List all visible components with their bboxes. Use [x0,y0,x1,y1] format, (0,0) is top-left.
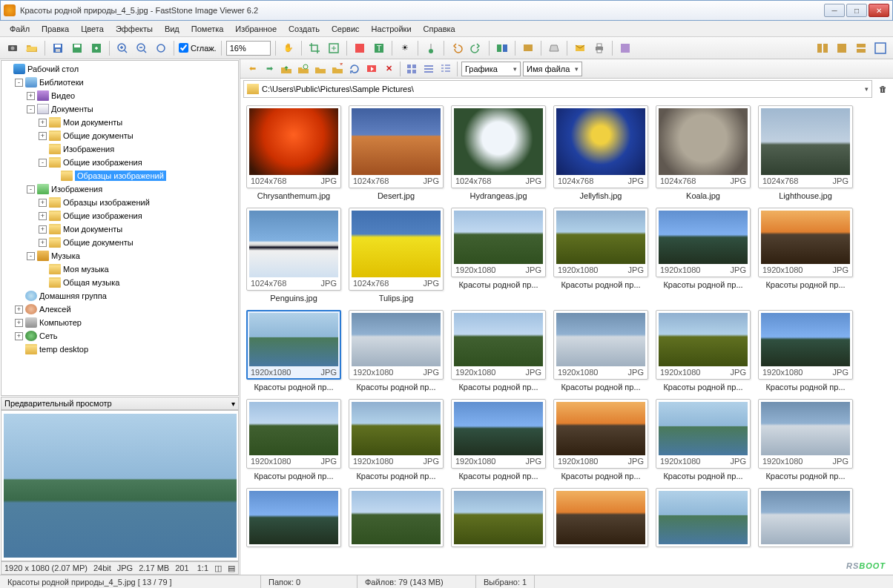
hand-icon[interactable]: ✋ [280,40,297,56]
resize-icon[interactable] [326,40,342,56]
menu-1[interactable]: Правка [36,23,74,35]
thumb-29[interactable] [758,488,853,547]
tree-node-documents[interactable]: -Документы [3,102,237,116]
preview-panel[interactable] [1,410,239,561]
thumb-19[interactable]: 1920x1080JPGКрасоты родной пр... [349,399,444,480]
tree-node-public_images[interactable]: -Общие изображения [3,156,237,169]
thumb-27[interactable] [553,488,648,547]
menu-0[interactable]: Файл [4,23,35,35]
collapse-icon[interactable]: - [27,252,35,260]
thumb-3[interactable]: 1024x768JPGJellyfish.jpg [553,105,648,200]
view-details-icon[interactable] [438,62,453,76]
smooth-checkbox[interactable]: Сглаж. [179,43,217,53]
tree-node-user[interactable]: +Алексей [3,303,237,316]
path-dropdown-icon[interactable]: ▾ [865,85,869,93]
thumb-0[interactable]: 1024x768JPGChrysanthemum.jpg [246,105,341,200]
menu-8[interactable]: Сервис [326,23,365,35]
thumb-9[interactable]: 1920x1080JPGКрасоты родной пр... [553,208,648,303]
tree-node-public_docs2[interactable]: +Общие документы [3,236,237,249]
sort-by-select[interactable]: Имя файла [523,62,582,76]
histogram-icon[interactable]: ◫ [214,564,222,573]
thumb-15[interactable]: 1920x1080JPGКрасоты родной пр... [553,310,648,392]
thumb-2[interactable]: 1024x768JPGHydrangeas.jpg [451,105,546,200]
thumbnail-grid[interactable]: 1024x768JPGChrysanthemum.jpg1024x768JPGD… [240,99,893,575]
zoom-input[interactable] [226,41,271,56]
email-icon[interactable] [572,40,588,56]
thumb-12[interactable]: 1920x1080JPGКрасоты родной пр... [246,310,341,392]
thumb-28[interactable] [656,488,751,547]
zoom-out-icon[interactable] [134,40,150,56]
thumb-1[interactable]: 1024x768JPGDesert.jpg [349,105,444,200]
collapse-icon[interactable]: - [27,105,35,113]
fit-icon[interactable] [153,40,169,56]
thumb-22[interactable]: 1920x1080JPGКрасоты родной пр... [656,399,751,480]
thumb-11[interactable]: 1920x1080JPGКрасоты родной пр... [758,208,853,303]
thumb-21[interactable]: 1920x1080JPGКрасоты родной пр... [553,399,648,480]
menu-6[interactable]: Избранное [230,23,282,35]
info-icon[interactable]: ▤ [228,564,235,573]
close-button[interactable]: ✕ [869,4,889,17]
tree-node-public_docs[interactable]: +Общие документы [3,129,237,142]
expand-icon[interactable]: + [39,119,47,127]
collapse-icon[interactable]: - [15,79,23,87]
tree-node-my_docs2[interactable]: +Мои документы [3,222,237,236]
tree-node-sample_images[interactable]: Образцы изображений [3,169,237,182]
thumb-14[interactable]: 1920x1080JPGКрасоты родной пр... [451,310,546,392]
tree-node-homegroup[interactable]: Домашняя группа [3,289,237,303]
view-list-icon[interactable] [421,62,436,76]
collapse-icon[interactable]: - [39,159,47,167]
thumb-20[interactable]: 1920x1080JPGКрасоты родной пр... [451,399,546,480]
expand-icon[interactable]: + [39,199,47,207]
adjust-icon[interactable]: ☀ [397,40,413,56]
fullscreen-icon[interactable] [872,40,889,56]
tree-node-images2[interactable]: -Изображения [3,182,237,196]
trash-icon[interactable]: 🗑 [875,82,890,96]
thumb-18[interactable]: 1920x1080JPGКрасоты родной пр... [246,399,341,480]
thumb-4[interactable]: 1024x768JPGKoala.jpg [656,105,751,200]
expand-icon[interactable]: + [15,332,23,340]
tree-node-my_docs[interactable]: +Мои документы [3,116,237,129]
expand-icon[interactable]: + [27,92,35,100]
view-mode-select[interactable]: Графика [461,62,521,76]
tree-node-public_music[interactable]: Общая музыка [3,276,237,289]
favorites-folder-icon[interactable] [313,62,328,76]
menu-10[interactable]: Справка [418,23,461,35]
thumb-7[interactable]: 1024x768JPGTulips.jpg [349,208,444,303]
minimize-button[interactable]: ─ [824,4,845,17]
slideshow-icon[interactable] [364,62,379,76]
save-as-icon[interactable] [69,40,85,56]
wallpaper-icon[interactable] [520,40,536,56]
preview-header[interactable]: Предварительный просмотр ▾ [1,397,239,410]
menu-4[interactable]: Вид [159,23,185,35]
refresh-icon[interactable] [347,62,362,76]
expand-icon[interactable]: + [39,225,47,234]
layout-3-icon[interactable] [853,40,869,56]
tree-node-libraries[interactable]: -Библиотеки [3,76,237,89]
folder-tree[interactable]: Рабочий стол-Библиотеки+Видео-Документы+… [1,60,239,396]
tree-node-network[interactable]: +Сеть [3,329,237,343]
compare-icon[interactable] [494,40,510,56]
tree-node-computer[interactable]: +Компьютер [3,316,237,329]
crop-icon[interactable] [306,40,323,56]
view-thumbs-icon[interactable] [404,62,419,76]
thumb-26[interactable] [451,488,546,547]
export-icon[interactable] [88,40,105,56]
layout-1-icon[interactable] [814,40,831,56]
settings-icon[interactable] [617,40,633,56]
print-icon[interactable] [591,40,607,56]
expand-icon[interactable]: + [15,319,23,327]
text-icon[interactable]: T [371,40,387,56]
menu-2[interactable]: Цвета [76,23,109,35]
menu-7[interactable]: Создать [283,23,325,35]
undo-icon[interactable] [449,40,465,56]
tree-node-sample_images2[interactable]: +Образцы изображений [3,196,237,209]
tree-node-music[interactable]: -Музыка [3,249,237,262]
refresh-folder-icon[interactable] [296,62,311,76]
open-icon[interactable] [24,40,40,56]
canvas-icon[interactable] [352,40,368,56]
thumb-10[interactable]: 1920x1080JPGКрасоты родной пр... [656,208,751,303]
tree-node-video[interactable]: +Видео [3,89,237,102]
delete-icon[interactable]: ✕ [381,62,396,76]
new-folder-icon[interactable]: * [330,62,345,76]
up-icon[interactable] [279,62,294,76]
